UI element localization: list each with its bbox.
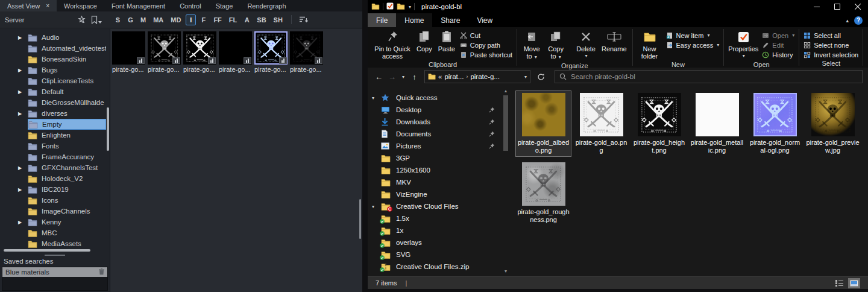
trash-icon[interactable] <box>99 268 104 276</box>
address-dropdown-chevron-icon[interactable]: ▾ <box>524 74 527 80</box>
tab-share[interactable]: Share <box>432 13 468 27</box>
expand-arrow-icon[interactable]: ▶ <box>18 35 28 40</box>
nav-item-vizengine[interactable]: VizEngine <box>368 188 511 200</box>
new-folder-qat-icon[interactable] <box>397 3 405 11</box>
expand-arrow-icon[interactable]: ▶ <box>18 187 28 192</box>
expand-arrow-icon[interactable]: ▶ <box>18 68 28 73</box>
asset-thumbnail-normal[interactable]: pirate-go... <box>254 31 288 73</box>
file-item-pirate-gold-albedo-png[interactable]: pirate-gold_albedo.png <box>516 91 571 156</box>
asset-thumbnail-height[interactable]: pirate-go... <box>183 31 216 73</box>
asset-thumbnail-roughness[interactable]: pirate-go... <box>290 31 323 73</box>
bookmark-icon[interactable] <box>91 16 102 24</box>
filter-button-i[interactable]: I <box>186 14 196 25</box>
move-to-button[interactable]: Move to ▾ <box>520 29 544 62</box>
help-icon[interactable]: ? <box>854 16 863 25</box>
tree-item-mediaassets[interactable]: MediaAssets <box>0 238 106 249</box>
app-tab-stage[interactable]: Stage <box>209 0 241 11</box>
app-tab-rendergraph[interactable]: Rendergraph <box>240 0 293 11</box>
tree-item-fonts[interactable]: Fonts <box>0 141 106 151</box>
tree-vertical-scrollbar[interactable] <box>107 107 109 151</box>
close-button[interactable] <box>848 0 868 13</box>
tab-home[interactable]: Home <box>396 13 432 27</box>
qat-customize-chevron-icon[interactable]: ▾ <box>409 4 411 10</box>
tree-item-icons[interactable]: Icons <box>0 195 106 206</box>
scroll-up-icon[interactable]: ▴ <box>505 88 507 94</box>
tab-view[interactable]: View <box>468 13 501 27</box>
cut-button[interactable]: Cut <box>458 31 514 40</box>
easy-access-button[interactable]: Easy access▾ <box>664 40 722 49</box>
tree-item-audio[interactable]: ▶Audio <box>0 32 106 43</box>
app-tab-workspace[interactable]: Workspace <box>57 0 104 11</box>
expand-arrow-icon[interactable]: ▶ <box>18 89 28 95</box>
paste-shortcut-button[interactable]: Paste shortcut <box>458 50 514 59</box>
tree-item-default[interactable]: ▶Default <box>0 86 106 97</box>
breadcrumb-parent[interactable]: pirat... <box>444 73 464 80</box>
tree-item-bonesandskin[interactable]: BonesandSkin <box>0 54 106 65</box>
tree-item-cliplicensetests[interactable]: ClipLicenseTests <box>0 75 106 86</box>
nav-item-3gp[interactable]: 3GP <box>368 152 511 164</box>
nav-scrollbar-thumb[interactable] <box>503 95 508 151</box>
sort-icon[interactable] <box>299 16 309 24</box>
tree-item-enlighten[interactable]: Enlighten <box>0 130 106 141</box>
nav-item-documents[interactable]: Documents <box>368 128 511 140</box>
section-chevron-icon[interactable]: ▾ <box>372 204 381 209</box>
copy-button[interactable]: Copy <box>414 29 435 53</box>
tree-item-diverses[interactable]: ▶diverses <box>0 108 106 119</box>
nav-item-creative-cloud-files[interactable]: ▾Creative Cloud Files <box>368 200 511 212</box>
minimize-button[interactable] <box>807 0 827 13</box>
expand-arrow-icon[interactable]: ▶ <box>18 220 28 225</box>
nav-item-desktop[interactable]: Desktop <box>368 104 511 116</box>
address-bar[interactable]: « pirat... › pirate-g... ▾ <box>424 70 530 83</box>
file-item-pirate-gold-roughness-png[interactable]: pirate-gold_roughness.png <box>516 160 571 226</box>
nav-item-pictures[interactable]: Pictures <box>368 140 511 152</box>
forward-button[interactable]: → <box>386 72 398 81</box>
asset-thumbnail-metallic[interactable]: pirate-go... <box>219 31 252 73</box>
expand-arrow-icon[interactable]: ▶ <box>18 111 28 116</box>
properties-checkbox-icon[interactable] <box>386 2 394 11</box>
tree-item-mbc[interactable]: MBC <box>0 227 106 238</box>
edit-button[interactable]: Edit <box>760 40 796 49</box>
file-item-pirate-gold-height-png[interactable]: pirate-gold_height.png <box>632 91 687 156</box>
properties-button[interactable]: Properties ▾ <box>726 29 760 60</box>
rename-button[interactable]: Rename <box>599 29 630 53</box>
open-button[interactable]: Open▾ <box>760 31 796 40</box>
filter-button-md[interactable]: MD <box>168 14 183 25</box>
nav-item-downloads[interactable]: Downloads <box>368 116 511 128</box>
filter-button-f[interactable]: F <box>198 14 209 25</box>
tree-item-automated-videotests[interactable]: Automated_videotests <box>0 43 106 54</box>
tree-item-kenny[interactable]: ▶Kenny <box>0 217 106 227</box>
saved-search-blue-materials[interactable]: Blue materials <box>2 267 107 277</box>
section-chevron-icon[interactable]: ▾ <box>372 95 381 101</box>
breadcrumb-overflow[interactable]: « <box>438 73 442 80</box>
star-swirl-icon[interactable] <box>77 16 86 24</box>
nav-item-creative-cloud-files-zip[interactable]: Creative Cloud Files.zip <box>368 261 511 273</box>
new-item-button[interactable]: New item▾ <box>664 31 722 40</box>
tree-item-frameaccurancy[interactable]: FrameAccurancy <box>0 151 106 162</box>
tree-item-holodeck-v2[interactable]: Holodeck_V2 <box>0 173 106 184</box>
filter-button-sh[interactable]: SH <box>271 14 285 25</box>
file-item-pirate-gold-normal-ogl-png[interactable]: pirate-gold_normal-ogl.png <box>747 91 802 156</box>
nav-item-1250x1600[interactable]: 1250x1600 <box>368 164 511 176</box>
tree-item-gfxchannelstest[interactable]: ▶GFXChannelsTest <box>0 162 106 173</box>
up-button[interactable]: ↑ <box>409 72 420 81</box>
large-icons-view-button[interactable] <box>848 278 860 288</box>
recent-locations-chevron-icon[interactable]: ▾ <box>400 74 407 80</box>
refresh-icon[interactable] <box>535 73 547 81</box>
filter-button-ff[interactable]: FF <box>211 14 224 25</box>
nav-item-1x[interactable]: 1x <box>368 224 511 236</box>
collapse-ribbon-icon[interactable]: ▴ <box>846 17 849 24</box>
search-input[interactable]: Search pirate-gold-bl <box>555 70 863 83</box>
file-item-pirate-gold-preview-jpg[interactable]: pirate-gold_preview.jpg <box>805 91 860 156</box>
tree-item-ibc2019[interactable]: ▶IBC2019 <box>0 184 106 195</box>
maximize-button[interactable] <box>827 0 848 13</box>
tree-item-diegrossem-llhalde[interactable]: DieGrosseMüllhalde <box>0 97 106 108</box>
filter-button-fl[interactable]: FL <box>227 14 239 25</box>
filter-button-ma[interactable]: MA <box>151 14 166 25</box>
file-item-pirate-gold-metallic-png[interactable]: pirate-gold_metallic.png <box>690 91 744 156</box>
nav-item-overlays[interactable]: overlays <box>368 236 511 249</box>
copy-to-button[interactable]: Copy to ▾ <box>544 29 568 62</box>
expand-arrow-icon[interactable]: ▶ <box>18 165 28 171</box>
asset-thumbnail-ao[interactable]: pirate-go... <box>148 31 181 73</box>
app-tab-control[interactable]: Control <box>172 0 208 11</box>
select-none-button[interactable]: Select none <box>802 40 860 49</box>
